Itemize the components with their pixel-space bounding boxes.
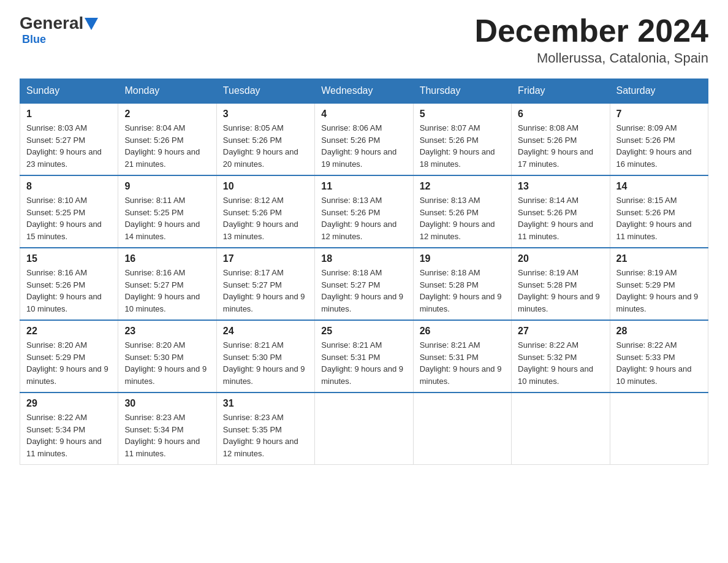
day-info: Sunrise: 8:21 AMSunset: 5:31 PMDaylight:… [321,339,406,387]
day-info: Sunrise: 8:15 AMSunset: 5:26 PMDaylight:… [616,194,702,242]
day-cell-28: 28Sunrise: 8:22 AMSunset: 5:33 PMDayligh… [610,320,708,393]
week-row-3: 15Sunrise: 8:16 AMSunset: 5:26 PMDayligh… [20,248,708,320]
day-cell-30: 30Sunrise: 8:23 AMSunset: 5:34 PMDayligh… [118,393,216,465]
day-info: Sunrise: 8:18 AMSunset: 5:27 PMDaylight:… [321,267,406,315]
day-number: 24 [223,326,308,337]
day-cell-12: 12Sunrise: 8:13 AMSunset: 5:26 PMDayligh… [413,175,511,248]
day-number: 13 [518,181,603,192]
day-cell-27: 27Sunrise: 8:22 AMSunset: 5:32 PMDayligh… [512,320,610,393]
day-cell-22: 22Sunrise: 8:20 AMSunset: 5:29 PMDayligh… [20,320,118,393]
empty-cell [512,393,610,465]
day-cell-11: 11Sunrise: 8:13 AMSunset: 5:26 PMDayligh… [315,175,413,248]
day-info: Sunrise: 8:14 AMSunset: 5:26 PMDaylight:… [518,194,603,242]
day-info: Sunrise: 8:08 AMSunset: 5:26 PMDaylight:… [518,122,603,170]
day-number: 4 [321,109,406,120]
day-number: 18 [321,253,406,264]
day-info: Sunrise: 8:12 AMSunset: 5:26 PMDaylight:… [223,194,308,242]
day-number: 17 [223,253,308,264]
day-info: Sunrise: 8:22 AMSunset: 5:33 PMDaylight:… [616,339,702,387]
empty-cell [315,393,413,465]
day-cell-16: 16Sunrise: 8:16 AMSunset: 5:27 PMDayligh… [118,248,216,320]
day-cell-4: 4Sunrise: 8:06 AMSunset: 5:26 PMDaylight… [315,103,413,175]
day-number: 11 [321,181,406,192]
day-number: 6 [518,109,603,120]
location-title: Mollerussa, Catalonia, Spain [474,50,708,66]
day-info: Sunrise: 8:19 AMSunset: 5:28 PMDaylight:… [518,267,603,315]
day-cell-19: 19Sunrise: 8:18 AMSunset: 5:28 PMDayligh… [413,248,511,320]
day-info: Sunrise: 8:16 AMSunset: 5:27 PMDaylight:… [124,267,210,315]
week-row-1: 1Sunrise: 8:03 AMSunset: 5:27 PMDaylight… [20,103,708,175]
day-number: 26 [420,326,505,337]
day-info: Sunrise: 8:22 AMSunset: 5:34 PMDaylight:… [26,412,112,459]
day-cell-9: 9Sunrise: 8:11 AMSunset: 5:25 PMDaylight… [118,175,216,248]
day-info: Sunrise: 8:20 AMSunset: 5:30 PMDaylight:… [124,339,210,387]
day-number: 23 [124,326,210,337]
day-info: Sunrise: 8:13 AMSunset: 5:26 PMDaylight:… [321,194,406,242]
day-number: 15 [26,253,112,264]
day-info: Sunrise: 8:23 AMSunset: 5:34 PMDaylight:… [124,412,210,459]
day-number: 14 [616,181,702,192]
day-cell-5: 5Sunrise: 8:07 AMSunset: 5:26 PMDaylight… [413,103,511,175]
day-number: 27 [518,326,603,337]
day-info: Sunrise: 8:18 AMSunset: 5:28 PMDaylight:… [420,267,505,315]
day-cell-2: 2Sunrise: 8:04 AMSunset: 5:26 PMDaylight… [118,103,216,175]
day-cell-1: 1Sunrise: 8:03 AMSunset: 5:27 PMDaylight… [20,103,118,175]
header-thursday: Thursday [413,79,511,104]
day-info: Sunrise: 8:10 AMSunset: 5:25 PMDaylight:… [26,194,112,242]
header-tuesday: Tuesday [216,79,314,104]
day-cell-21: 21Sunrise: 8:19 AMSunset: 5:29 PMDayligh… [610,248,708,320]
day-number: 31 [223,398,308,409]
page-header: General Blue December 2024 Mollerussa, C… [20,15,708,66]
calendar-table: SundayMondayTuesdayWednesdayThursdayFrid… [20,79,708,465]
header-saturday: Saturday [610,79,708,104]
day-number: 12 [420,181,505,192]
day-cell-15: 15Sunrise: 8:16 AMSunset: 5:26 PMDayligh… [20,248,118,320]
day-info: Sunrise: 8:21 AMSunset: 5:30 PMDaylight:… [223,339,308,387]
day-number: 7 [616,109,702,120]
day-number: 16 [124,253,210,264]
week-row-4: 22Sunrise: 8:20 AMSunset: 5:29 PMDayligh… [20,320,708,393]
day-number: 29 [26,398,112,409]
day-number: 5 [420,109,505,120]
day-cell-23: 23Sunrise: 8:20 AMSunset: 5:30 PMDayligh… [118,320,216,393]
day-cell-25: 25Sunrise: 8:21 AMSunset: 5:31 PMDayligh… [315,320,413,393]
day-number: 21 [616,253,702,264]
week-row-5: 29Sunrise: 8:22 AMSunset: 5:34 PMDayligh… [20,393,708,465]
empty-cell [413,393,511,465]
day-cell-26: 26Sunrise: 8:21 AMSunset: 5:31 PMDayligh… [413,320,511,393]
header-wednesday: Wednesday [315,79,413,104]
day-cell-31: 31Sunrise: 8:23 AMSunset: 5:35 PMDayligh… [216,393,314,465]
week-row-2: 8Sunrise: 8:10 AMSunset: 5:25 PMDaylight… [20,175,708,248]
day-info: Sunrise: 8:09 AMSunset: 5:26 PMDaylight:… [616,122,702,170]
day-cell-18: 18Sunrise: 8:18 AMSunset: 5:27 PMDayligh… [315,248,413,320]
logo-text-blue: Blue [22,33,98,46]
day-number: 1 [26,109,112,120]
day-cell-20: 20Sunrise: 8:19 AMSunset: 5:28 PMDayligh… [512,248,610,320]
logo-triangle-icon [85,18,98,30]
day-info: Sunrise: 8:17 AMSunset: 5:27 PMDaylight:… [223,267,308,315]
header-sunday: Sunday [20,79,118,104]
day-info: Sunrise: 8:23 AMSunset: 5:35 PMDaylight:… [223,412,308,459]
day-number: 25 [321,326,406,337]
day-cell-29: 29Sunrise: 8:22 AMSunset: 5:34 PMDayligh… [20,393,118,465]
header-monday: Monday [118,79,216,104]
day-info: Sunrise: 8:05 AMSunset: 5:26 PMDaylight:… [223,122,308,170]
day-info: Sunrise: 8:11 AMSunset: 5:25 PMDaylight:… [124,194,210,242]
logo-text-general: General [20,15,83,32]
day-number: 22 [26,326,112,337]
day-info: Sunrise: 8:22 AMSunset: 5:32 PMDaylight:… [518,339,603,387]
month-title: December 2024 [474,15,708,47]
day-info: Sunrise: 8:13 AMSunset: 5:26 PMDaylight:… [420,194,505,242]
day-info: Sunrise: 8:21 AMSunset: 5:31 PMDaylight:… [420,339,505,387]
day-number: 28 [616,326,702,337]
day-cell-7: 7Sunrise: 8:09 AMSunset: 5:26 PMDaylight… [610,103,708,175]
empty-cell [610,393,708,465]
day-info: Sunrise: 8:07 AMSunset: 5:26 PMDaylight:… [420,122,505,170]
day-number: 9 [124,181,210,192]
header-friday: Friday [512,79,610,104]
day-info: Sunrise: 8:04 AMSunset: 5:26 PMDaylight:… [124,122,210,170]
svg-marker-0 [85,18,98,30]
day-info: Sunrise: 8:20 AMSunset: 5:29 PMDaylight:… [26,339,112,387]
calendar-header-row: SundayMondayTuesdayWednesdayThursdayFrid… [20,79,708,104]
day-info: Sunrise: 8:16 AMSunset: 5:26 PMDaylight:… [26,267,112,315]
